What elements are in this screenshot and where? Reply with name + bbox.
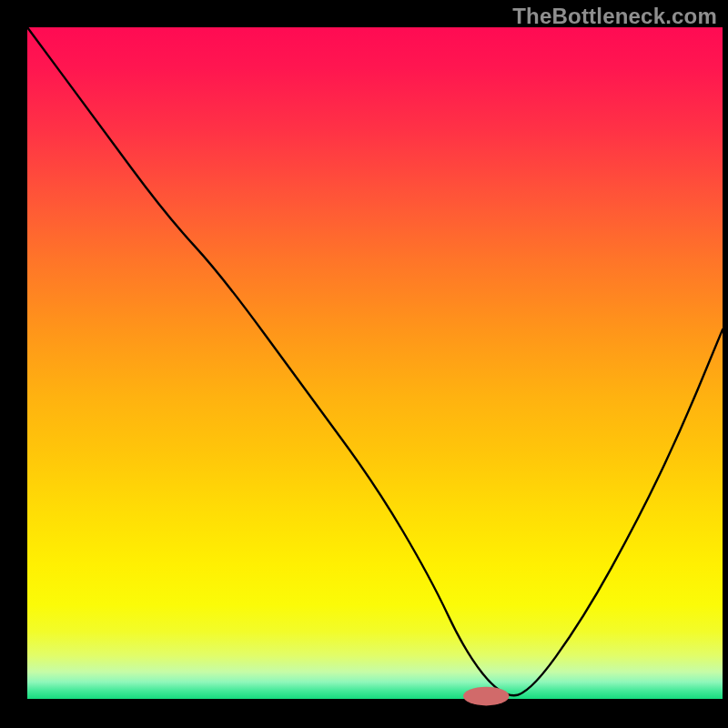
plot-background: [27, 27, 723, 699]
watermark-text: TheBottleneck.com: [512, 4, 717, 29]
bottleneck-chart: TheBottleneck.com: [0, 0, 728, 728]
chart-canvas: [0, 0, 728, 728]
optimal-marker: [463, 687, 509, 706]
